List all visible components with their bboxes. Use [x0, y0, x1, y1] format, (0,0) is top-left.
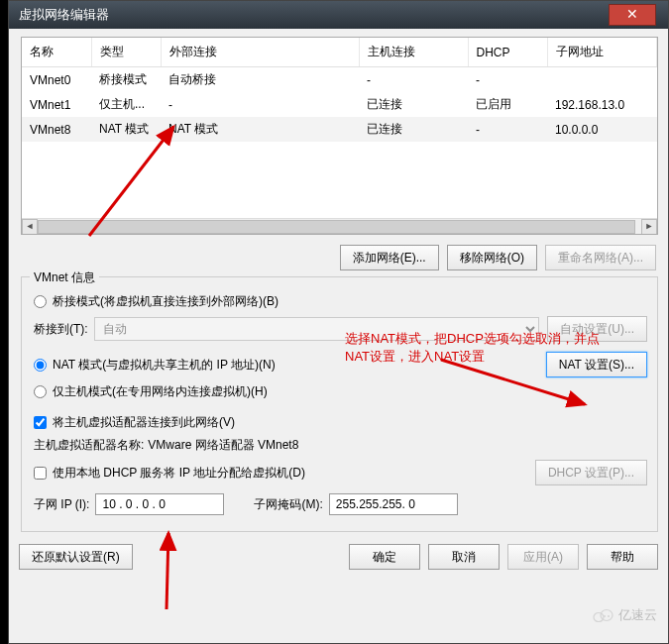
bridge-label: 桥接模式(将虚拟机直接连接到外部网络)(B): [53, 293, 279, 310]
connect-host-label: 将主机虚拟适配器连接到此网络(V): [53, 414, 235, 431]
table-row[interactable]: VMnet8 NAT 模式 NAT 模式 已连接 - 10.0.0.0: [22, 117, 657, 142]
title-bar: 虚拟网络编辑器 ✕: [9, 1, 668, 29]
use-dhcp-label: 使用本地 DHCP 服务将 IP 地址分配给虚拟机(D): [53, 465, 305, 482]
dhcp-settings-button: DHCP 设置(P)...: [535, 460, 647, 485]
network-table[interactable]: 名称 类型 外部连接 主机连接 DHCP 子网地址 VMnet0 桥接模式 自动…: [21, 37, 658, 235]
vmnet-info-group: VMnet 信息 桥接模式(将虚拟机直接连接到外部网络)(B) 桥接到(T): …: [21, 276, 658, 532]
svg-point-6: [608, 615, 610, 617]
apply-button: 应用(A): [507, 544, 579, 570]
svg-point-3: [594, 613, 604, 622]
col-name[interactable]: 名称: [22, 38, 91, 67]
bridge-radio[interactable]: [34, 295, 47, 308]
subnet-ip-label: 子网 IP (I):: [34, 496, 89, 513]
scrollbar-thumb[interactable]: [38, 220, 635, 234]
subnet-ip-input[interactable]: [95, 493, 224, 515]
col-host[interactable]: 主机连接: [359, 38, 468, 67]
window-title: 虚拟网络编辑器: [19, 6, 109, 24]
adapter-name-label: 主机虚拟适配器名称:: [34, 437, 144, 454]
ok-button[interactable]: 确定: [349, 544, 420, 570]
add-network-button[interactable]: 添加网络(E)...: [340, 245, 439, 270]
connect-host-checkbox[interactable]: [34, 416, 47, 429]
adapter-name-value: VMware 网络适配器 VMnet8: [148, 437, 298, 454]
remove-network-button[interactable]: 移除网络(O): [447, 245, 537, 270]
watermark: 亿速云: [593, 606, 657, 624]
subnet-mask-input[interactable]: [329, 493, 458, 515]
close-button[interactable]: ✕: [609, 4, 656, 26]
table-row[interactable]: VMnet1 仅主机... - 已连接 已启用 192.168.13.0: [22, 92, 657, 117]
help-button[interactable]: 帮助: [587, 544, 658, 570]
col-type[interactable]: 类型: [91, 38, 161, 67]
col-subnet[interactable]: 子网地址: [547, 38, 657, 67]
hostonly-radio[interactable]: [34, 385, 47, 398]
nat-label: NAT 模式(与虚拟机共享主机的 IP 地址)(N): [53, 357, 276, 374]
svg-point-5: [604, 615, 606, 617]
annotation-text: 选择NAT模式，把DHCP选项勾选取消，并点 NAT设置，进入NAT设置: [345, 330, 600, 366]
col-dhcp[interactable]: DHCP: [468, 38, 547, 67]
use-dhcp-checkbox[interactable]: [34, 467, 47, 480]
horizontal-scrollbar[interactable]: ◄ ►: [22, 218, 657, 234]
col-ext[interactable]: 外部连接: [161, 38, 359, 67]
hostonly-label: 仅主机模式(在专用网络内连接虚拟机)(H): [53, 383, 268, 400]
cancel-button[interactable]: 取消: [428, 544, 500, 570]
rename-network-button: 重命名网络(A)...: [545, 245, 656, 270]
table-row[interactable]: VMnet0 桥接模式 自动桥接 - -: [22, 67, 657, 93]
subnet-mask-label: 子网掩码(M):: [254, 496, 322, 513]
scroll-right-icon[interactable]: ►: [641, 219, 657, 235]
bridge-to-label: 桥接到(T):: [34, 321, 88, 338]
nat-radio[interactable]: [34, 359, 47, 372]
group-title: VMnet 信息: [30, 269, 99, 286]
restore-defaults-button[interactable]: 还原默认设置(R): [19, 544, 133, 570]
scroll-left-icon[interactable]: ◄: [22, 219, 38, 235]
